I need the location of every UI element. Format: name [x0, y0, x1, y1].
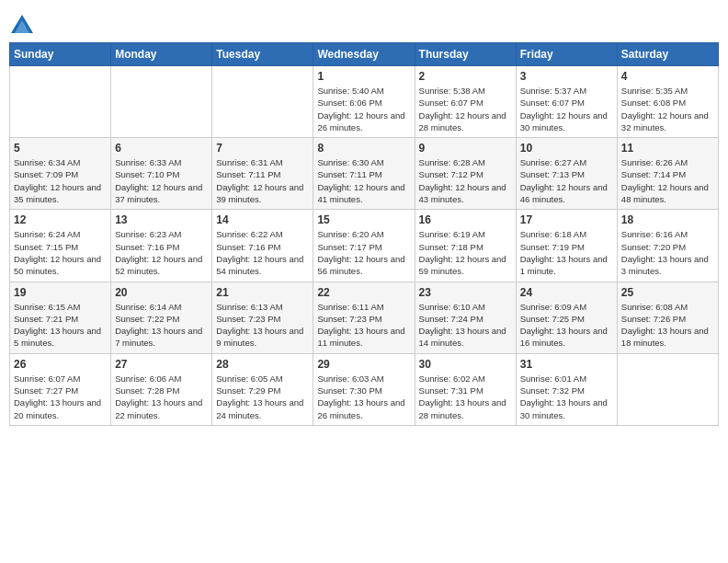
- weekday-header: Friday: [516, 43, 617, 66]
- calendar-cell: 30Sunrise: 6:02 AM Sunset: 7:31 PM Dayli…: [415, 353, 516, 425]
- day-number: 8: [317, 142, 410, 155]
- calendar-cell: 5Sunrise: 6:34 AM Sunset: 7:09 PM Daylig…: [10, 138, 111, 210]
- weekday-header: Thursday: [415, 43, 516, 66]
- day-info: Sunrise: 6:02 AM Sunset: 7:31 PM Dayligh…: [419, 373, 512, 421]
- day-number: 11: [621, 142, 714, 155]
- logo-icon: [9, 13, 35, 39]
- calendar-cell: 9Sunrise: 6:28 AM Sunset: 7:12 PM Daylig…: [415, 138, 516, 210]
- calendar-cell: 28Sunrise: 6:05 AM Sunset: 7:29 PM Dayli…: [212, 353, 313, 425]
- day-info: Sunrise: 6:18 AM Sunset: 7:19 PM Dayligh…: [520, 228, 613, 277]
- day-number: 9: [419, 142, 512, 155]
- calendar-cell: 18Sunrise: 6:16 AM Sunset: 7:20 PM Dayli…: [617, 210, 718, 282]
- calendar-cell: 15Sunrise: 6:20 AM Sunset: 7:17 PM Dayli…: [313, 210, 415, 282]
- day-info: Sunrise: 6:16 AM Sunset: 7:20 PM Dayligh…: [621, 228, 714, 277]
- calendar-cell: 3Sunrise: 5:37 AM Sunset: 6:07 PM Daylig…: [516, 66, 617, 138]
- calendar-cell: 12Sunrise: 6:24 AM Sunset: 7:15 PM Dayli…: [10, 210, 111, 282]
- day-number: 4: [621, 70, 714, 83]
- day-number: 26: [14, 358, 107, 371]
- day-number: 27: [115, 358, 208, 371]
- calendar-cell: [212, 66, 313, 138]
- day-info: Sunrise: 6:08 AM Sunset: 7:26 PM Dayligh…: [621, 301, 714, 350]
- day-number: 22: [317, 286, 410, 299]
- day-info: Sunrise: 6:33 AM Sunset: 7:10 PM Dayligh…: [115, 156, 208, 205]
- day-number: 3: [520, 70, 613, 83]
- day-info: Sunrise: 6:11 AM Sunset: 7:23 PM Dayligh…: [317, 301, 410, 350]
- day-info: Sunrise: 6:14 AM Sunset: 7:22 PM Dayligh…: [115, 301, 208, 350]
- day-info: Sunrise: 5:35 AM Sunset: 6:08 PM Dayligh…: [621, 85, 714, 133]
- calendar-cell: 16Sunrise: 6:19 AM Sunset: 7:18 PM Dayli…: [415, 210, 516, 282]
- calendar-cell: 27Sunrise: 6:06 AM Sunset: 7:28 PM Dayli…: [111, 353, 212, 425]
- calendar-cell: 21Sunrise: 6:13 AM Sunset: 7:23 PM Dayli…: [212, 282, 313, 353]
- day-number: 19: [14, 286, 107, 299]
- day-number: 12: [14, 213, 107, 226]
- day-info: Sunrise: 6:13 AM Sunset: 7:23 PM Dayligh…: [216, 301, 309, 350]
- day-info: Sunrise: 6:34 AM Sunset: 7:09 PM Dayligh…: [14, 156, 107, 205]
- day-info: Sunrise: 6:27 AM Sunset: 7:13 PM Dayligh…: [520, 156, 613, 205]
- day-info: Sunrise: 6:10 AM Sunset: 7:24 PM Dayligh…: [419, 301, 512, 350]
- day-number: 14: [216, 213, 309, 226]
- calendar-cell: [617, 353, 718, 425]
- day-number: 2: [419, 70, 512, 83]
- calendar-cell: 19Sunrise: 6:15 AM Sunset: 7:21 PM Dayli…: [10, 282, 111, 353]
- day-number: 24: [520, 286, 613, 299]
- calendar-week-row: 26Sunrise: 6:07 AM Sunset: 7:27 PM Dayli…: [10, 353, 719, 425]
- day-info: Sunrise: 5:38 AM Sunset: 6:07 PM Dayligh…: [419, 85, 512, 133]
- calendar-cell: 20Sunrise: 6:14 AM Sunset: 7:22 PM Dayli…: [111, 282, 212, 353]
- day-info: Sunrise: 6:07 AM Sunset: 7:27 PM Dayligh…: [14, 373, 107, 421]
- calendar-cell: 13Sunrise: 6:23 AM Sunset: 7:16 PM Dayli…: [111, 210, 212, 282]
- day-number: 31: [520, 358, 613, 371]
- calendar-cell: 10Sunrise: 6:27 AM Sunset: 7:13 PM Dayli…: [516, 138, 617, 210]
- day-number: 1: [317, 70, 410, 83]
- calendar-table: SundayMondayTuesdayWednesdayThursdayFrid…: [9, 42, 719, 426]
- calendar-cell: 7Sunrise: 6:31 AM Sunset: 7:11 PM Daylig…: [212, 138, 313, 210]
- day-info: Sunrise: 6:01 AM Sunset: 7:32 PM Dayligh…: [520, 373, 613, 421]
- calendar-cell: 11Sunrise: 6:26 AM Sunset: 7:14 PM Dayli…: [617, 138, 718, 210]
- day-number: 5: [14, 142, 107, 155]
- calendar-cell: 14Sunrise: 6:22 AM Sunset: 7:16 PM Dayli…: [212, 210, 313, 282]
- day-number: 10: [520, 142, 613, 155]
- day-number: 7: [216, 142, 309, 155]
- calendar-cell: [10, 66, 111, 138]
- calendar-cell: 2Sunrise: 5:38 AM Sunset: 6:07 PM Daylig…: [415, 66, 516, 138]
- calendar-cell: 24Sunrise: 6:09 AM Sunset: 7:25 PM Dayli…: [516, 282, 617, 353]
- day-info: Sunrise: 5:40 AM Sunset: 6:06 PM Dayligh…: [317, 85, 410, 133]
- day-info: Sunrise: 6:26 AM Sunset: 7:14 PM Dayligh…: [621, 156, 714, 205]
- day-number: 20: [115, 286, 208, 299]
- day-number: 6: [115, 142, 208, 155]
- day-number: 17: [520, 213, 613, 226]
- day-number: 23: [419, 286, 512, 299]
- day-info: Sunrise: 6:06 AM Sunset: 7:28 PM Dayligh…: [115, 373, 208, 421]
- calendar-week-row: 19Sunrise: 6:15 AM Sunset: 7:21 PM Dayli…: [10, 282, 719, 353]
- calendar-cell: [111, 66, 212, 138]
- day-info: Sunrise: 6:03 AM Sunset: 7:30 PM Dayligh…: [317, 373, 410, 421]
- logo: [9, 13, 39, 39]
- calendar-cell: 17Sunrise: 6:18 AM Sunset: 7:19 PM Dayli…: [516, 210, 617, 282]
- calendar-cell: 4Sunrise: 5:35 AM Sunset: 6:08 PM Daylig…: [617, 66, 718, 138]
- day-number: 21: [216, 286, 309, 299]
- day-info: Sunrise: 6:30 AM Sunset: 7:11 PM Dayligh…: [317, 156, 410, 205]
- day-number: 16: [419, 213, 512, 226]
- page-header: [9, 9, 719, 39]
- day-info: Sunrise: 6:22 AM Sunset: 7:16 PM Dayligh…: [216, 228, 309, 277]
- day-info: Sunrise: 6:28 AM Sunset: 7:12 PM Dayligh…: [419, 156, 512, 205]
- weekday-header: Sunday: [10, 43, 111, 66]
- calendar-cell: 25Sunrise: 6:08 AM Sunset: 7:26 PM Dayli…: [617, 282, 718, 353]
- calendar-week-row: 12Sunrise: 6:24 AM Sunset: 7:15 PM Dayli…: [10, 210, 719, 282]
- calendar-cell: 29Sunrise: 6:03 AM Sunset: 7:30 PM Dayli…: [313, 353, 415, 425]
- weekday-header: Monday: [111, 43, 212, 66]
- calendar-cell: 8Sunrise: 6:30 AM Sunset: 7:11 PM Daylig…: [313, 138, 415, 210]
- calendar-cell: 1Sunrise: 5:40 AM Sunset: 6:06 PM Daylig…: [313, 66, 415, 138]
- day-info: Sunrise: 6:15 AM Sunset: 7:21 PM Dayligh…: [14, 301, 107, 350]
- day-info: Sunrise: 6:24 AM Sunset: 7:15 PM Dayligh…: [14, 228, 107, 277]
- weekday-header: Saturday: [617, 43, 718, 66]
- day-info: Sunrise: 5:37 AM Sunset: 6:07 PM Dayligh…: [520, 85, 613, 133]
- day-number: 28: [216, 358, 309, 371]
- day-info: Sunrise: 6:19 AM Sunset: 7:18 PM Dayligh…: [419, 228, 512, 277]
- weekday-header: Wednesday: [313, 43, 415, 66]
- weekday-header: Tuesday: [212, 43, 313, 66]
- calendar-cell: 31Sunrise: 6:01 AM Sunset: 7:32 PM Dayli…: [516, 353, 617, 425]
- calendar-cell: 22Sunrise: 6:11 AM Sunset: 7:23 PM Dayli…: [313, 282, 415, 353]
- calendar-cell: 26Sunrise: 6:07 AM Sunset: 7:27 PM Dayli…: [10, 353, 111, 425]
- calendar-header-row: SundayMondayTuesdayWednesdayThursdayFrid…: [10, 43, 719, 66]
- day-info: Sunrise: 6:31 AM Sunset: 7:11 PM Dayligh…: [216, 156, 309, 205]
